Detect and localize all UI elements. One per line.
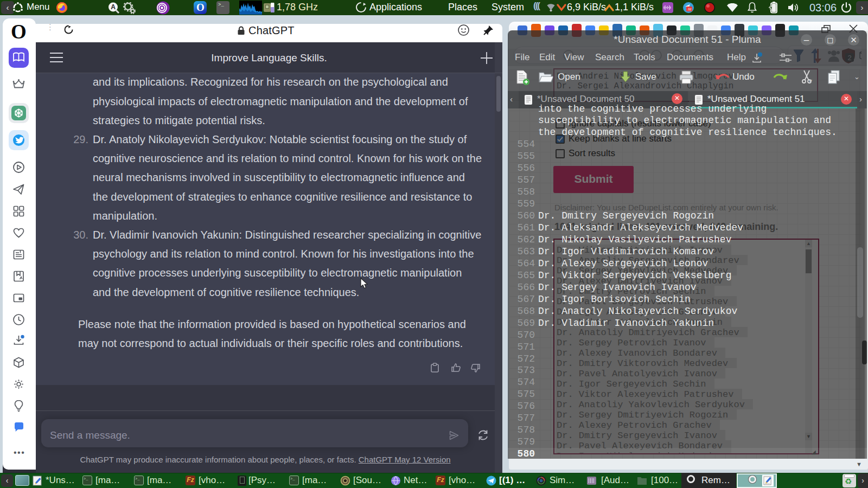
svg-text:.32: .32: [687, 8, 692, 11]
svg-text:A: A: [111, 3, 116, 11]
